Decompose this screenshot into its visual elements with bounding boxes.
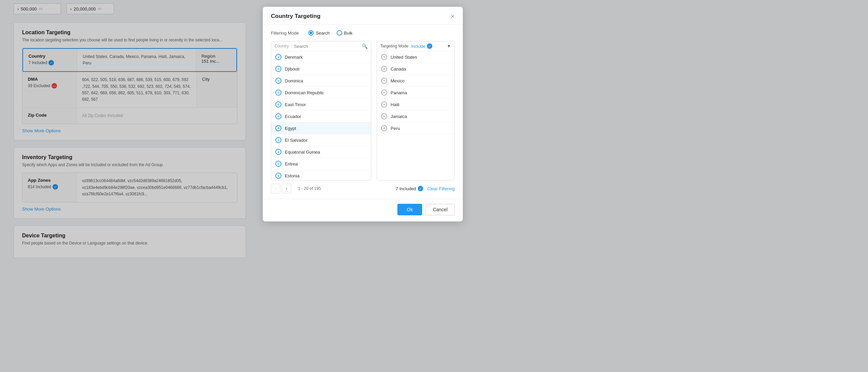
modal-footer-row: ‹ › 1 - 20 of 195 7 Included ✓ Clear Fil… (271, 180, 455, 193)
bulk-radio[interactable]: Bulk (337, 30, 353, 36)
clear-filtering-link[interactable]: Clear Filtering (427, 186, 455, 191)
search-radio[interactable]: Search (308, 30, 330, 36)
country-name: East Timor (285, 102, 306, 107)
prev-page-button[interactable]: ‹ (271, 184, 280, 193)
remove-country-btn[interactable]: × (381, 78, 387, 84)
selected-countries-list: ×United States×Canada×Mexico×Panama×Hait… (377, 51, 454, 180)
targeting-mode-label: Targeting Mode (380, 44, 409, 48)
add-country-btn[interactable]: + (275, 125, 281, 131)
targeting-mode-include: Include ✓ (411, 43, 432, 49)
modal-left-col: Country 🔍 +Denmark+Djibouti+Dominica+Dom… (271, 41, 371, 180)
country-list-item[interactable]: +East Timor (271, 99, 371, 111)
included-count-badge: 7 Included ✓ (396, 186, 423, 191)
search-category-label: Country (275, 44, 292, 48)
country-list-item[interactable]: +Dominican Republic (271, 87, 371, 99)
selected-country-name: Jamaica (391, 114, 407, 119)
country-list-item[interactable]: +Eritrea (271, 158, 371, 170)
country-name: Eritrea (285, 161, 298, 167)
page-info: 1 - 20 of 195 (298, 186, 321, 191)
targeting-mode-header: Targeting Mode Include ✓ ▼ (377, 41, 454, 51)
add-country-btn[interactable]: + (275, 161, 281, 167)
country-list-item[interactable]: +Egypt (271, 122, 371, 134)
selected-country-item[interactable]: ×Haiti (377, 99, 454, 111)
country-targeting-modal: Country Targeting × Filtering Mode Searc… (263, 7, 463, 221)
country-list-item[interactable]: +Ecuador (271, 111, 371, 122)
ok-button[interactable]: Ok (397, 204, 422, 215)
country-list-item[interactable]: +El Salvador (271, 134, 371, 146)
country-name: Djibouti (285, 66, 299, 72)
country-name: Dominica (285, 78, 303, 83)
selected-country-name: Peru (391, 126, 400, 131)
country-name: El Salvador (285, 138, 307, 143)
search-radio-label: Search (316, 31, 330, 36)
country-name: Dominican Republic (285, 90, 324, 95)
targeting-mode-badge: ✓ (427, 43, 432, 49)
selected-country-item[interactable]: ×United States (377, 51, 454, 63)
country-list: +Denmark+Djibouti+Dominica+Dominican Rep… (271, 51, 371, 180)
included-checkmark: ✓ (418, 186, 423, 191)
search-radio-circle (308, 30, 314, 36)
selected-country-item[interactable]: ×Panama (377, 87, 454, 99)
next-page-button[interactable]: › (282, 184, 291, 193)
remove-country-btn[interactable]: × (381, 113, 387, 119)
add-country-btn[interactable]: + (275, 90, 281, 96)
country-list-item[interactable]: +Equatorial Guinea (271, 146, 371, 158)
add-country-btn[interactable]: + (275, 78, 281, 84)
cancel-button[interactable]: Cancel (426, 204, 455, 215)
country-name: Ecuador (285, 114, 301, 119)
country-list-item[interactable]: +Djibouti (271, 63, 371, 75)
modal-title: Country Targeting (271, 13, 320, 20)
remove-country-btn[interactable]: × (381, 66, 387, 72)
targeting-mode-select[interactable]: Include ✓ ▼ (411, 43, 451, 49)
selected-country-item[interactable]: ×Peru (377, 122, 454, 134)
targeting-mode-value: Include (411, 44, 426, 49)
targeting-mode-chevron: ▼ (447, 44, 451, 48)
selected-country-item[interactable]: ×Mexico (377, 75, 454, 87)
selected-country-name: Canada (391, 66, 406, 72)
add-country-btn[interactable]: + (275, 54, 281, 60)
modal-header: Country Targeting × (263, 7, 463, 25)
add-country-btn[interactable]: + (275, 66, 281, 72)
selected-country-name: United States (391, 55, 417, 60)
country-name: Equatorial Guinea (285, 150, 320, 155)
search-icon: 🔍 (362, 43, 368, 49)
selected-country-item[interactable]: ×Canada (377, 63, 454, 75)
modal-right-col: Targeting Mode Include ✓ ▼ ×United State… (377, 41, 455, 180)
country-list-item[interactable]: +Denmark (271, 51, 371, 63)
modal-two-col: Country 🔍 +Denmark+Djibouti+Dominica+Dom… (271, 41, 455, 180)
country-list-item[interactable]: +Estonia (271, 170, 371, 180)
modal-close-button[interactable]: × (451, 13, 455, 20)
country-name: Estonia (285, 173, 299, 178)
remove-country-btn[interactable]: × (381, 90, 387, 96)
selected-country-item[interactable]: ×Jamaica (377, 111, 454, 122)
selected-country-name: Panama (391, 90, 407, 95)
search-input[interactable] (294, 44, 362, 49)
add-country-btn[interactable]: + (275, 173, 281, 179)
selected-country-name: Mexico (391, 78, 405, 83)
remove-country-btn[interactable]: × (381, 101, 387, 107)
selected-country-name: Haiti (391, 102, 399, 107)
add-country-btn[interactable]: + (275, 149, 281, 155)
filtering-mode-label: Filtering Mode (271, 31, 299, 36)
add-country-btn[interactable]: + (275, 137, 281, 143)
country-name: Egypt (285, 126, 296, 131)
page-background: › 500,000 ∞ › 20,000,000 ∞ Location Targ… (0, 0, 868, 372)
remove-country-btn[interactable]: × (381, 125, 387, 131)
modal-actions: Ok Cancel (263, 199, 463, 221)
country-list-item[interactable]: +Dominica (271, 75, 371, 87)
modal-body: Filtering Mode Search Bulk Country (263, 25, 463, 199)
included-count-text: 7 Included (396, 186, 416, 191)
add-country-btn[interactable]: + (275, 101, 281, 107)
search-bar: Country 🔍 (271, 41, 371, 51)
bulk-radio-label: Bulk (344, 31, 353, 36)
remove-country-btn[interactable]: × (381, 54, 387, 60)
filtering-mode-row: Filtering Mode Search Bulk (271, 30, 455, 36)
bulk-radio-circle (337, 30, 342, 36)
add-country-btn[interactable]: + (275, 113, 281, 119)
pagination: ‹ › (271, 184, 291, 193)
country-name: Denmark (285, 55, 303, 60)
